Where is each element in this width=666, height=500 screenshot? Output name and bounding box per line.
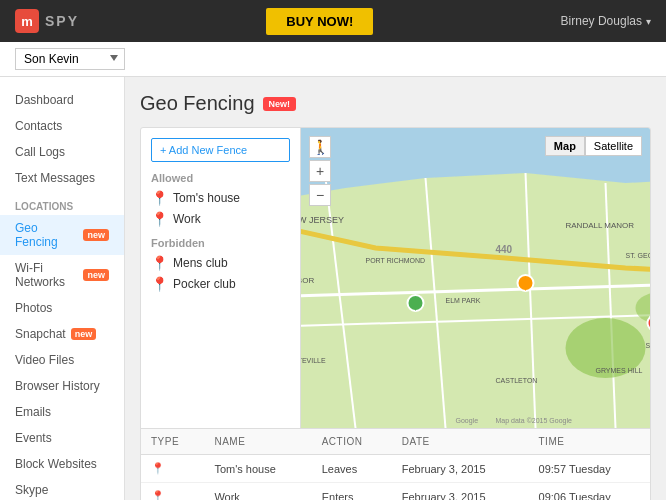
allowed-section-label: Allowed — [151, 172, 290, 184]
user-name: Birney Douglas — [561, 14, 642, 28]
fence-name: Work — [173, 212, 201, 226]
app-header: m SPY BUY NOW! Birney Douglas ▾ — [0, 0, 666, 42]
sub-header: Son Kevin Daughter Amy — [0, 42, 666, 77]
table-row: 📍WorkEntersFebruary 3, 201509:06 Tuesday — [141, 483, 650, 501]
svg-text:GRYMES HILL: GRYMES HILL — [596, 367, 643, 374]
row-time: 09:06 Tuesday — [529, 483, 650, 501]
green-pin-icon: 📍 — [151, 190, 168, 206]
map-background: NEW JERSEY RANDALL MANOR ST. GEORGE MARI… — [301, 128, 650, 428]
sidebar-item-snapchat[interactable]: Snapchat new — [0, 321, 124, 347]
main-content: Geo Fencing New! + Add New Fence Allowed… — [125, 77, 666, 500]
row-date: February 3, 2015 — [392, 483, 529, 501]
sidebar-label: Text Messages — [15, 171, 95, 185]
svg-text:ELM PARK: ELM PARK — [446, 297, 481, 304]
zoom-in-button[interactable]: + — [309, 160, 331, 182]
add-fence-button[interactable]: + Add New Fence — [151, 138, 290, 162]
map-zoom-controls: 🚶 + − — [309, 136, 331, 206]
row-name: Tom's house — [204, 455, 311, 483]
red-pin-icon: 📍 — [151, 255, 168, 271]
table-row: 📍Tom's houseLeavesFebruary 3, 201509:57 … — [141, 455, 650, 483]
sidebar-item-geo-fencing[interactable]: Geo Fencing new — [0, 215, 124, 255]
svg-text:PORT RICHMOND: PORT RICHMOND — [366, 257, 426, 264]
fence-name: Mens club — [173, 256, 228, 270]
row-type: 📍 — [141, 483, 204, 501]
sidebar-item-events[interactable]: Events — [0, 425, 124, 451]
fence-item-mens-club[interactable]: 📍 Mens club — [151, 255, 290, 271]
sidebar-item-text-messages[interactable]: Text Messages — [0, 165, 124, 191]
son-select[interactable]: Son Kevin Daughter Amy — [15, 48, 125, 70]
col-action: ACTION — [312, 429, 392, 455]
fence-item-work[interactable]: 📍 Work — [151, 211, 290, 227]
green-pin-icon: 📍 — [151, 211, 168, 227]
col-time: TIME — [529, 429, 650, 455]
sidebar-label: Wi-Fi Networks — [15, 261, 78, 289]
sidebar-item-call-logs[interactable]: Call Logs — [0, 139, 124, 165]
person-icon[interactable]: 🚶 — [309, 136, 331, 158]
locations-section-title: Locations — [0, 191, 124, 215]
page-new-badge: New! — [263, 97, 297, 111]
sidebar-label: Video Files — [15, 353, 74, 367]
main-layout: Dashboard Contacts Call Logs Text Messag… — [0, 77, 666, 500]
fence-item-toms-house[interactable]: 📍 Tom's house — [151, 190, 290, 206]
sidebar: Dashboard Contacts Call Logs Text Messag… — [0, 77, 125, 500]
map-view-button[interactable]: Map — [545, 136, 585, 156]
sidebar-item-block-websites[interactable]: Block Websites — [0, 451, 124, 477]
geo-table: TYPE NAME ACTION DATE TIME 📍Tom's houseL… — [141, 428, 650, 500]
svg-text:ST. GEORGE: ST. GEORGE — [626, 252, 651, 259]
sidebar-item-emails[interactable]: Emails — [0, 399, 124, 425]
sidebar-label: Events — [15, 431, 52, 445]
user-menu[interactable]: Birney Douglas ▾ — [561, 14, 651, 28]
content-panel: + Add New Fence Allowed 📍 Tom's house 📍 … — [140, 127, 651, 500]
logo: m SPY — [15, 9, 79, 33]
svg-text:Map data ©2015 Google: Map data ©2015 Google — [496, 417, 572, 425]
svg-text:SILVER LAKE: SILVER LAKE — [646, 342, 651, 349]
red-pin-icon: 📍 — [151, 276, 168, 292]
fence-name: Pocker club — [173, 277, 236, 291]
map-container[interactable]: NEW JERSEY RANDALL MANOR ST. GEORGE MARI… — [301, 128, 650, 428]
svg-text:NEW JERSEY: NEW JERSEY — [301, 215, 344, 225]
col-type: TYPE — [141, 429, 204, 455]
sidebar-label: Geo Fencing — [15, 221, 78, 249]
new-badge: new — [83, 229, 109, 241]
row-name: Work — [204, 483, 311, 501]
logo-icon: m — [15, 9, 39, 33]
chevron-down-icon: ▾ — [646, 16, 651, 27]
sidebar-label: Contacts — [15, 119, 62, 133]
sidebar-label: Dashboard — [15, 93, 74, 107]
svg-text:GRANITEVILLE: GRANITEVILLE — [301, 357, 326, 364]
geo-layout: + Add New Fence Allowed 📍 Tom's house 📍 … — [141, 128, 650, 428]
svg-text:RANDALL MANOR: RANDALL MANOR — [566, 221, 635, 230]
zoom-out-button[interactable]: − — [309, 184, 331, 206]
row-action: Enters — [312, 483, 392, 501]
forbidden-section-label: Forbidden — [151, 237, 290, 249]
sidebar-label: Emails — [15, 405, 51, 419]
new-badge: new — [71, 328, 97, 340]
svg-text:440: 440 — [496, 244, 513, 255]
sidebar-item-contacts[interactable]: Contacts — [0, 113, 124, 139]
geo-left-panel: + Add New Fence Allowed 📍 Tom's house 📍 … — [141, 128, 301, 428]
sidebar-item-wifi-networks[interactable]: Wi-Fi Networks new — [0, 255, 124, 295]
row-type: 📍 — [141, 455, 204, 483]
fence-item-pocker-club[interactable]: 📍 Pocker club — [151, 276, 290, 292]
new-badge: new — [83, 269, 109, 281]
map-type-controls: Map Satellite — [545, 136, 642, 156]
col-date: DATE — [392, 429, 529, 455]
sidebar-label: Snapchat — [15, 327, 66, 341]
sidebar-item-video-files[interactable]: Video Files — [0, 347, 124, 373]
buy-now-button[interactable]: BUY NOW! — [266, 8, 373, 35]
sidebar-item-browser-history[interactable]: Browser History — [0, 373, 124, 399]
col-name: NAME — [204, 429, 311, 455]
page-header: Geo Fencing New! — [140, 92, 651, 115]
sidebar-item-photos[interactable]: Photos — [0, 295, 124, 321]
sidebar-item-dashboard[interactable]: Dashboard — [0, 87, 124, 113]
satellite-view-button[interactable]: Satellite — [585, 136, 642, 156]
row-action: Leaves — [312, 455, 392, 483]
table-header-row: TYPE NAME ACTION DATE TIME — [141, 429, 650, 455]
svg-text:Google: Google — [456, 417, 479, 425]
row-time: 09:57 Tuesday — [529, 455, 650, 483]
fence-name: Tom's house — [173, 191, 240, 205]
page-title: Geo Fencing — [140, 92, 255, 115]
sidebar-item-skype[interactable]: Skype — [0, 477, 124, 500]
sidebar-label: Block Websites — [15, 457, 97, 471]
sidebar-label: Photos — [15, 301, 52, 315]
